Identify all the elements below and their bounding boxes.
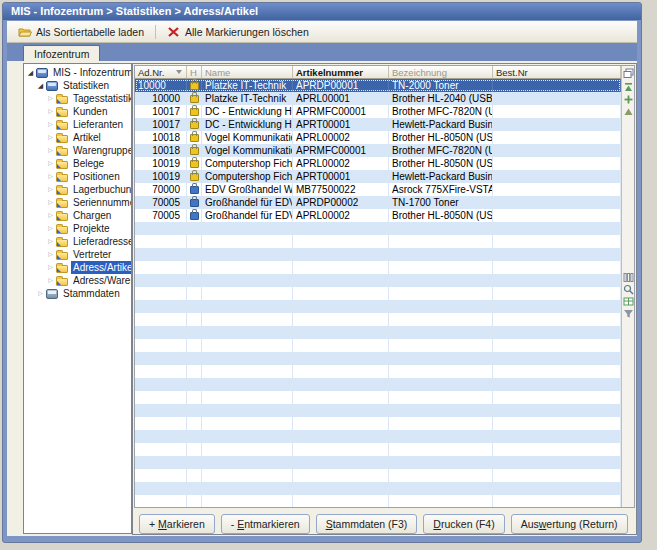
scroll-up-icon[interactable] — [623, 106, 634, 117]
cell-bezeichnung: Brother HL-8050N (USB/PAR/LAN) — [389, 209, 493, 222]
filter-icon[interactable] — [623, 308, 634, 319]
tree-item-vertreter[interactable]: ▷ Vertreter — [24, 248, 131, 261]
auswertung-button[interactable]: Auswertung (Return) — [511, 514, 628, 534]
tree-twisty-icon[interactable]: ▷ — [46, 248, 55, 261]
tree-twisty-icon[interactable]: ▷ — [46, 222, 55, 235]
drucken-button[interactable]: Drucken (F4) — [423, 514, 504, 534]
cell-bezeichnung — [389, 326, 493, 339]
tree-item-mis-infozentrum[interactable]: ◢ MIS - Infozentrum — [24, 66, 131, 79]
toolbar-separator — [155, 25, 156, 39]
tree-item-kunden[interactable]: ▷ Kunden — [24, 105, 131, 118]
cell-lock — [187, 261, 202, 274]
table-row[interactable]: 10017DC - Entwicklung HeiAPRT00001Hewlet… — [135, 118, 621, 131]
cell-name — [202, 417, 293, 430]
cell-lock — [187, 482, 202, 495]
tree-item-positionen[interactable]: ▷ Positionen — [24, 170, 131, 183]
load-sort-table-button[interactable]: Als Sortiertabelle laden — [11, 24, 151, 40]
column-header-ad-nr[interactable]: Ad.Nr. — [135, 66, 187, 78]
tree-twisty-icon[interactable]: ▷ — [46, 105, 55, 118]
stammdaten-button[interactable]: Stammdaten (F3) — [316, 514, 418, 534]
cell-lock — [187, 209, 202, 222]
table-row[interactable]: 70005Großhandel für EDV HAPRL00002Brothe… — [135, 209, 621, 222]
search-icon[interactable] — [623, 284, 634, 295]
cell-adnr — [135, 222, 187, 235]
tree-item-projekte[interactable]: ▷ Projekte — [24, 222, 131, 235]
tree-twisty-icon[interactable]: ▷ — [46, 196, 55, 209]
column-header-name[interactable]: Name — [202, 66, 293, 78]
tree-item-seriennummern[interactable]: ▷ Seriennummern — [24, 196, 131, 209]
table-row[interactable]: 70000EDV Großhandel WinklMB77500022Asroc… — [135, 183, 621, 196]
tree-item-lagerbuchungen[interactable]: ▷ Lagerbuchungen — [24, 183, 131, 196]
tab-infozentrum[interactable]: Infozentrum — [23, 45, 100, 62]
tree-item-statistiken[interactable]: ◢ Statistiken — [24, 79, 131, 92]
cell-bezeichnung — [389, 313, 493, 326]
entmarkieren-button[interactable]: - Entmarkieren — [221, 514, 310, 534]
add-icon[interactable] — [623, 94, 634, 105]
table-icon[interactable] — [623, 296, 634, 307]
cell-bestnr — [493, 144, 621, 157]
tree-item-adress-warengruppen[interactable]: ▷ Adress/Warengruppen — [24, 274, 131, 287]
tree-node-icon — [56, 148, 68, 156]
cell-bestnr — [493, 170, 621, 183]
cell-bestnr — [493, 482, 621, 495]
table-row[interactable]: 10000Platzke IT-TechnikAPRDP00001TN-2000… — [135, 79, 621, 92]
tree-twisty-icon[interactable]: ▷ — [46, 144, 55, 157]
table-row[interactable]: 70005Großhandel für EDV HAPRDP00002TN-17… — [135, 196, 621, 209]
markieren-button[interactable]: + Markieren — [139, 514, 215, 534]
cell-lock — [187, 105, 202, 118]
go-top-icon[interactable] — [623, 82, 634, 93]
columns-icon[interactable] — [623, 272, 634, 283]
tree-twisty-icon[interactable]: ▷ — [46, 261, 55, 274]
table-row[interactable]: 10000Platzke IT-TechnikAPRL00001Brother … — [135, 92, 621, 105]
empty-row — [135, 313, 621, 326]
cell-artikelnummer — [293, 391, 389, 404]
tree-item-lieferadressen[interactable]: ▷ Lieferadressen — [24, 235, 131, 248]
tree-twisty-icon[interactable]: ▷ — [46, 274, 55, 287]
tree-item-belege[interactable]: ▷ Belege — [24, 157, 131, 170]
tree-twisty-icon[interactable]: ▷ — [46, 183, 55, 196]
tree-twisty-icon[interactable]: ▷ — [46, 235, 55, 248]
lock-icon — [190, 147, 199, 155]
column-header-best-nr[interactable]: Best.Nr — [493, 66, 621, 78]
column-header-bezeichnung[interactable]: Bezeichnung — [389, 66, 493, 78]
tree-item-stammdaten[interactable]: ▷ Stammdaten — [24, 287, 131, 300]
cell-lock — [187, 287, 202, 300]
table-row[interactable]: 10018Vogel KommunikationAPRMFC00001Broth… — [135, 144, 621, 157]
tree-twisty-icon[interactable]: ◢ — [26, 66, 35, 79]
cell-bestnr — [493, 235, 621, 248]
tree-item-warengruppen[interactable]: ▷ Warengruppen — [24, 144, 131, 157]
tree-node-icon — [56, 161, 68, 169]
tree-twisty-icon[interactable]: ▷ — [46, 92, 55, 105]
table-row[interactable]: 10019Computershop FichtneAPRL00002Brothe… — [135, 157, 621, 170]
cell-bestnr — [493, 131, 621, 144]
column-header-artikelnummer[interactable]: Artikelnummer — [293, 66, 389, 78]
tree-twisty-icon[interactable]: ◢ — [36, 79, 45, 92]
tree-item-chargen[interactable]: ▷ Chargen — [24, 209, 131, 222]
tree-twisty-icon[interactable]: ▷ — [46, 170, 55, 183]
cell-adnr — [135, 339, 187, 352]
column-header-h[interactable]: H — [187, 66, 202, 78]
clear-marks-button[interactable]: Alle Markierungen löschen — [160, 24, 316, 40]
cell-lock — [187, 378, 202, 391]
cell-artikelnummer: APRMFC00001 — [293, 144, 389, 157]
cell-adnr — [135, 404, 187, 417]
cell-name: Vogel Kommunikation — [202, 144, 293, 157]
tree-twisty-icon[interactable]: ▷ — [46, 157, 55, 170]
cell-bezeichnung: Brother MFC-7820N (USB/PAR/LAN — [389, 105, 493, 118]
empty-row — [135, 469, 621, 482]
tree-item-tagesstatistik[interactable]: ▷ Tagesstatistik — [24, 92, 131, 105]
cell-lock — [187, 79, 202, 92]
tree-twisty-icon[interactable]: ▷ — [46, 118, 55, 131]
tree-item-adress-artikel[interactable]: ▷ Adress/Artikel — [24, 261, 131, 274]
tree-twisty-icon[interactable]: ▷ — [46, 131, 55, 144]
table-row[interactable]: 10017DC - Entwicklung HeiAPRMFC00001Brot… — [135, 105, 621, 118]
tree-twisty-icon[interactable]: ▷ — [46, 209, 55, 222]
tree-item-lieferanten[interactable]: ▷ Lieferanten — [24, 118, 131, 131]
column-select-icon[interactable] — [623, 68, 634, 79]
tree-item-label: Warengruppen — [71, 144, 132, 157]
tree-twisty-icon[interactable]: ▷ — [36, 287, 45, 300]
table-row[interactable]: 10018Vogel KommunikationAPRL00002Brother… — [135, 131, 621, 144]
tree-item-artikel[interactable]: ▷ Artikel — [24, 131, 131, 144]
toolbar-button-label: Als Sortiertabelle laden — [36, 26, 144, 38]
table-row[interactable]: 10019Computershop FichtneAPRT00001Hewlet… — [135, 170, 621, 183]
